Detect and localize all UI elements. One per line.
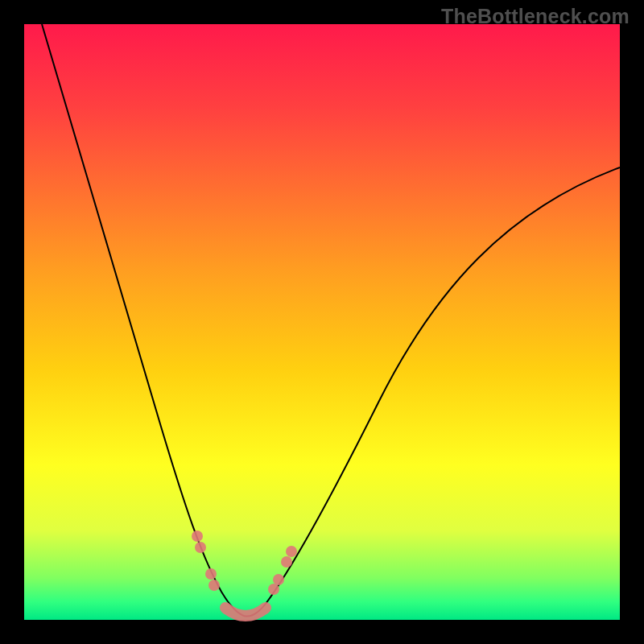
watermark-text: TheBottleneck.com xyxy=(441,5,630,28)
plot-area xyxy=(24,24,620,620)
svg-point-1 xyxy=(195,542,206,553)
svg-point-5 xyxy=(273,574,284,585)
svg-point-4 xyxy=(268,584,279,595)
svg-point-0 xyxy=(192,530,203,542)
svg-point-7 xyxy=(286,546,297,557)
bottleneck-curve xyxy=(42,24,620,617)
svg-point-2 xyxy=(205,568,217,580)
svg-point-6 xyxy=(281,556,292,568)
chart-frame: TheBottleneck.com xyxy=(0,0,644,644)
curve-svg xyxy=(24,24,620,620)
svg-point-3 xyxy=(208,580,220,591)
optimal-zone-markers xyxy=(192,530,297,616)
